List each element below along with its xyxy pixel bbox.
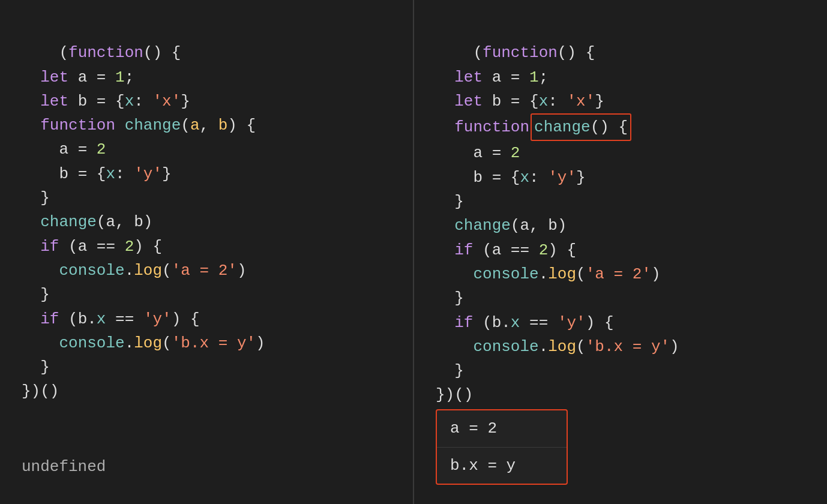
output-box: a = 2 b.x = y [436,409,568,485]
left-code: (function() { let a = 1; let b = {x: 'x'… [22,17,391,428]
highlight-change: change() { [531,113,631,141]
undefined-label: undefined [22,455,106,479]
left-panel: (function() { let a = 1; let b = {x: 'x'… [0,0,414,504]
output-row-1: a = 2 [437,410,567,447]
output-row-2: b.x = y [437,448,567,484]
right-panel: (function() { let a = 1; let b = {x: 'x'… [414,0,827,504]
right-code: (function() { let a = 1; let b = {x: 'x'… [436,17,805,431]
